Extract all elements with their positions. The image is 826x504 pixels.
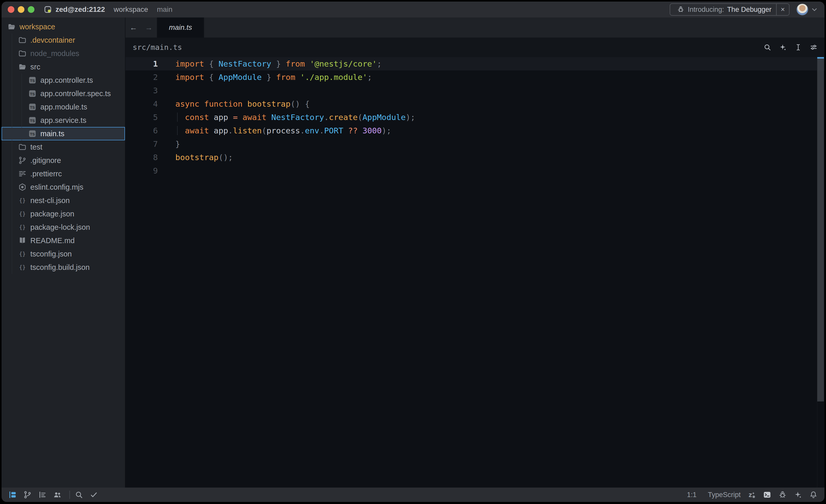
file-tree-item-app-controller-spec-ts[interactable]: TSapp.controller.spec.ts [2, 87, 125, 100]
tree-guide-line [21, 100, 22, 114]
project-name-button[interactable]: workspace [114, 5, 148, 14]
tree-item-label: app.controller.spec.ts [40, 89, 111, 98]
tab-bar: ← → main.ts [125, 17, 824, 38]
bell-icon[interactable] [809, 490, 818, 499]
code-line-6[interactable]: 6 await app.listen(process.env.PORT ?? 3… [125, 124, 824, 137]
code-line-5[interactable]: 5 const app = await NestFactory.create(A… [125, 111, 824, 124]
tree-guide-line [12, 154, 12, 167]
zoom-window-button[interactable] [28, 6, 35, 13]
project-panel-icon[interactable] [8, 490, 17, 499]
file-tree-item-tsconfig-build-json[interactable]: {}tsconfig.build.json [2, 261, 125, 274]
window-controls [8, 6, 35, 13]
collaborators-icon[interactable] [53, 490, 62, 499]
code-line-7[interactable]: 7} [125, 137, 824, 150]
check-icon[interactable] [90, 490, 98, 499]
badge-title-label: The Debugger [727, 6, 771, 14]
scrollbar[interactable] [817, 57, 824, 488]
edit-prediction-icon[interactable]: z [747, 490, 756, 499]
json-icon: {} [18, 209, 27, 218]
prettier-icon [18, 169, 27, 178]
sparkles-icon[interactable] [779, 43, 787, 51]
magnifier-icon[interactable] [763, 43, 771, 51]
tree-guide-line [12, 140, 12, 154]
ts-icon: TS [28, 129, 37, 138]
git-branch-icon[interactable] [23, 490, 32, 499]
tree-item-label: package.json [30, 210, 74, 218]
file-tree-item-readme-md[interactable]: README.md [2, 234, 125, 247]
remote-project-icon [44, 5, 52, 14]
file-tree-item--prettierrc[interactable]: .prettierrc [2, 167, 125, 180]
nav-back-button[interactable]: ← [130, 23, 137, 32]
debugger-announcement-button[interactable]: Introducing: The Debugger [670, 4, 776, 15]
code-text: import { AppModule } from './app.module'… [158, 72, 372, 82]
badge-close-button[interactable]: × [777, 4, 789, 15]
tree-guide-line [12, 34, 12, 47]
tree-guide-line [21, 73, 22, 87]
language-selector[interactable]: TypeScript [708, 491, 741, 499]
file-tree-item-src[interactable]: src [2, 60, 125, 73]
magnifier-icon[interactable] [74, 490, 83, 499]
code-text: await app.listen(process.env.PORT ?? 300… [158, 126, 391, 135]
chevron-down-icon[interactable] [811, 6, 818, 13]
file-tree-item-app-module-ts[interactable]: TSapp.module.ts [2, 100, 125, 114]
json-icon: {} [18, 223, 27, 232]
tree-item-label: nest-cli.json [30, 196, 70, 205]
file-tree-item-test[interactable]: test [2, 140, 125, 154]
file-tree-item-workspace[interactable]: workspace [2, 20, 125, 34]
tree-guide-line [12, 207, 12, 220]
tree-item-label: README.md [30, 237, 74, 245]
tab-main-ts[interactable]: main.ts [157, 17, 204, 38]
ts-icon: TS [28, 103, 37, 111]
sliders-icon[interactable] [810, 43, 818, 51]
code-editor[interactable]: 1import { NestFactory } from '@nestjs/co… [125, 57, 824, 488]
editor-pane: ← → main.ts src/main.ts 1import { NestFa… [125, 17, 824, 488]
file-tree-item-package-json[interactable]: {}package.json [2, 207, 125, 220]
folder-icon [18, 36, 27, 45]
tree-item-label: package-lock.json [30, 223, 90, 232]
tree-guide-line [12, 261, 12, 274]
tree-item-label: workspace [19, 22, 55, 31]
file-tree-item--gitignore[interactable]: .gitignore [2, 154, 125, 167]
file-tree-item-node-modules[interactable]: node_modules [2, 47, 125, 60]
line-number: 2 [125, 72, 158, 82]
tree-guide-line [12, 234, 12, 247]
file-tree-item-main-ts[interactable]: TSmain.ts [2, 127, 125, 140]
code-line-3[interactable]: 3 [125, 84, 824, 97]
close-window-button[interactable] [8, 6, 14, 13]
svg-text:{}: {} [19, 264, 26, 270]
terminal-icon[interactable] [763, 490, 771, 499]
file-tree-item--devcontainer[interactable]: .devcontainer [2, 34, 125, 47]
file-tree-item-package-lock-json[interactable]: {}package-lock.json [2, 220, 125, 234]
file-tree-item-eslint-config-mjs[interactable]: eslint.config.mjs [2, 180, 125, 194]
cursor-position[interactable]: 1:1 [687, 491, 697, 499]
text-cursor-icon[interactable] [794, 43, 802, 51]
file-tree-item-app-controller-ts[interactable]: TSapp.controller.ts [2, 73, 125, 87]
remote-host-button[interactable]: zed@zed:2122 [56, 5, 105, 14]
outline-icon[interactable] [38, 490, 47, 499]
file-tree-item-nest-cli-json[interactable]: {}nest-cli.json [2, 194, 125, 207]
tree-guide-line [12, 180, 12, 194]
code-line-1[interactable]: 1import { NestFactory } from '@nestjs/co… [125, 57, 824, 70]
project-panel: workspace.devcontainernode_modulessrcTSa… [2, 17, 125, 488]
nav-forward-button[interactable]: → [145, 23, 153, 32]
code-line-9[interactable]: 9 [125, 164, 824, 177]
avatar[interactable] [796, 3, 809, 16]
minimize-window-button[interactable] [18, 6, 24, 13]
code-line-2[interactable]: 2import { AppModule } from './app.module… [125, 70, 824, 84]
folder-icon [18, 49, 27, 58]
json-icon: {} [18, 250, 27, 258]
git-branch-button[interactable]: main [157, 5, 173, 14]
code-line-8[interactable]: 8bootstrap(); [125, 150, 824, 164]
tree-item-label: app.module.ts [40, 103, 87, 111]
book-icon [18, 236, 27, 245]
bug-icon[interactable] [778, 490, 787, 499]
code-line-4[interactable]: 4async function bootstrap() { [125, 97, 824, 111]
breadcrumb[interactable]: src/main.ts [133, 43, 182, 52]
tree-guide-line [12, 127, 12, 140]
file-tree-item-tsconfig-json[interactable]: {}tsconfig.json [2, 247, 125, 261]
file-tree-item-app-service-ts[interactable]: TSapp.service.ts [2, 114, 125, 127]
tree-item-label: app.service.ts [40, 116, 86, 125]
sparkles-icon[interactable] [793, 490, 802, 499]
folder-icon [18, 143, 27, 151]
scrollbar-thumb[interactable] [817, 59, 824, 401]
